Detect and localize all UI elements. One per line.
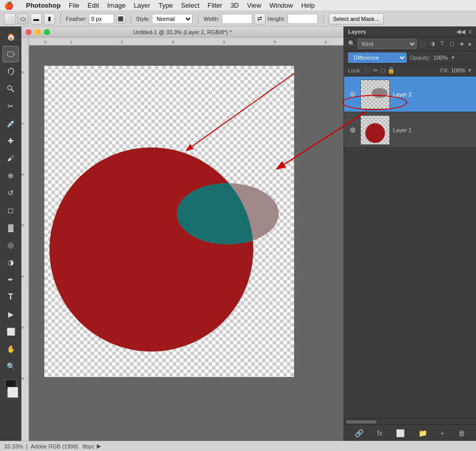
menu-type[interactable]: Type — [158, 2, 173, 9]
status-arrow[interactable]: ▶ — [97, 443, 101, 449]
fill-arrow[interactable]: ▼ — [467, 68, 472, 73]
fill-value[interactable]: 100% — [451, 67, 465, 73]
feather-label: Feather: — [66, 16, 87, 22]
blend-mode-select[interactable]: Difference Normal Multiply Screen Overla… — [348, 53, 407, 63]
brush-tool[interactable]: 🖌 — [3, 150, 19, 166]
add-mask-icon[interactable]: ⬜ — [396, 429, 405, 437]
eraser-tool[interactable]: ◻ — [3, 202, 19, 218]
create-group-icon[interactable]: 📁 — [418, 429, 427, 437]
layers-kind-row: 🔍 Kind ⬛ ◑ T ◻ ◈ ● — [344, 37, 476, 51]
svg-text:1: 1 — [21, 122, 25, 124]
swap-wh-btn[interactable]: ⇄ — [254, 13, 266, 24]
canvas-body: 0 1 2 3 4 5 6 — [21, 45, 343, 441]
move-tool[interactable]: 🏠 — [3, 29, 19, 45]
lasso-tool[interactable] — [3, 63, 19, 80]
history-brush[interactable]: ↺ — [3, 185, 19, 201]
color-profile: Adobe RGB (1998) — [31, 443, 78, 449]
menu-edit[interactable]: Edit — [88, 2, 99, 9]
width-input[interactable] — [222, 14, 252, 24]
ruler-corner — [21, 38, 29, 45]
layer2-thumbnail — [360, 80, 390, 109]
adjustment-filter-icon[interactable]: ◑ — [429, 40, 437, 47]
collapse-icon[interactable]: ◀◀ — [456, 28, 465, 35]
type-tool[interactable]: T — [3, 289, 19, 305]
kind-search-icon: 🔍 — [348, 40, 355, 47]
svg-point-19 — [49, 147, 253, 352]
delete-layer-icon[interactable]: 🗑 — [458, 429, 465, 437]
left-toolbar: 🏠 ✂ 💉 ✚ 🖌 ⊕ ↺ ◻ ▓ ◎ ◑ ✒ T ▶ ⬜ ✋ 🔍 — [0, 27, 21, 441]
marquee-rect-btn[interactable]: ⬜ — [4, 13, 15, 24]
layer1-visibility-icon[interactable] — [348, 126, 357, 135]
kind-select[interactable]: Kind — [357, 39, 417, 49]
pen-tool[interactable]: ✒ — [3, 271, 19, 288]
opacity-arrow[interactable]: ▼ — [451, 55, 456, 60]
crop-tool[interactable]: ✂ — [3, 98, 19, 114]
marquee-tool[interactable] — [3, 46, 19, 62]
eyedropper-tool[interactable]: 💉 — [3, 115, 19, 132]
lock-pixel-icon[interactable]: ⬛ — [363, 67, 371, 74]
canvas-scroll-area[interactable] — [29, 45, 343, 441]
canvas-artwork — [44, 66, 294, 377]
type-filter-icon[interactable]: T — [438, 40, 446, 47]
opacity-value[interactable]: 100% — [433, 55, 447, 61]
lock-label: Lock: — [348, 67, 361, 73]
scrollbar-thumb[interactable] — [346, 420, 377, 423]
svg-point-27 — [372, 88, 387, 97]
heal-tool[interactable]: ✚ — [3, 133, 19, 149]
maximize-button[interactable] — [44, 29, 50, 35]
filter-toggle[interactable]: ● — [468, 40, 472, 48]
menu-file[interactable]: File — [69, 2, 80, 9]
anti-alias-btn[interactable]: ⬛ — [116, 14, 125, 23]
marquee-row-btn[interactable]: ▬ — [31, 13, 42, 24]
hand-tool[interactable]: ✋ — [3, 341, 19, 357]
blur-tool[interactable]: ◎ — [3, 237, 19, 253]
menu-filter[interactable]: Filter — [207, 2, 222, 9]
select-mask-button[interactable]: Select and Mask... — [329, 13, 384, 24]
smart-filter-icon[interactable]: ◈ — [458, 40, 466, 47]
gradient-tool[interactable]: ▓ — [3, 219, 19, 236]
dodge-tool[interactable]: ◑ — [3, 254, 19, 270]
fx-icon[interactable]: fx — [377, 429, 383, 437]
layers-scrollbar[interactable] — [344, 418, 476, 424]
pixel-filter-icon[interactable]: ⬛ — [419, 40, 427, 47]
quick-select-tool[interactable] — [3, 81, 19, 97]
feather-input[interactable] — [89, 14, 114, 24]
menu-bar: 🍎 Photoshop File Edit Image Layer Type S… — [0, 0, 476, 11]
shape-tool[interactable]: ⬜ — [3, 323, 19, 340]
app-name[interactable]: Photoshop — [26, 2, 61, 9]
layer-item-2[interactable]: Layer 2 — [344, 77, 476, 112]
menu-select[interactable]: Select — [181, 2, 199, 9]
layer2-visibility-icon[interactable] — [348, 90, 357, 99]
lock-all-icon[interactable]: 🔒 — [387, 67, 395, 74]
lock-position-icon[interactable]: ✏ — [373, 67, 378, 74]
menu-window[interactable]: Window — [270, 2, 293, 9]
link-layers-icon[interactable]: 🔗 — [355, 429, 363, 437]
lock-artboard-icon[interactable]: ⬭ — [380, 67, 385, 74]
menu-3d[interactable]: 3D — [230, 2, 239, 9]
menu-help[interactable]: Help — [301, 2, 315, 9]
menu-view[interactable]: View — [247, 2, 261, 9]
layers-footer: 🔗 fx ⬜ 📁 + 🗑 — [344, 424, 476, 441]
svg-point-1 — [8, 86, 12, 90]
clone-tool[interactable]: ⊕ — [3, 167, 19, 184]
marquee-col-btn[interactable]: ▮ — [44, 13, 55, 24]
blend-opacity-row: Difference Normal Multiply Screen Overla… — [344, 51, 476, 64]
svg-text:5: 5 — [274, 40, 276, 44]
close-button[interactable] — [25, 29, 32, 35]
new-layer-icon[interactable]: + — [440, 429, 444, 437]
ruler-row: 0 1 2 3 4 5 6 — [21, 38, 343, 45]
height-input[interactable] — [287, 14, 318, 24]
menu-image[interactable]: Image — [107, 2, 125, 9]
menu-layer[interactable]: Layer — [134, 2, 150, 9]
zoom-tool[interactable]: 🔍 — [3, 358, 19, 374]
layer-item-1[interactable]: Layer 1 — [344, 112, 476, 148]
shape-filter-icon[interactable]: ◻ — [448, 40, 456, 47]
path-select-tool[interactable]: ▶ — [3, 306, 19, 322]
marquee-ellipse-btn[interactable]: ⬭ — [17, 13, 29, 24]
minimize-button[interactable] — [35, 29, 41, 35]
opacity-label: Opacity: — [410, 55, 430, 61]
panel-menu-icon[interactable]: ≡ — [468, 28, 472, 35]
background-color[interactable] — [7, 387, 18, 398]
svg-point-29 — [352, 129, 354, 131]
style-select[interactable]: Normal Fixed Ratio Fixed Size — [152, 14, 193, 24]
